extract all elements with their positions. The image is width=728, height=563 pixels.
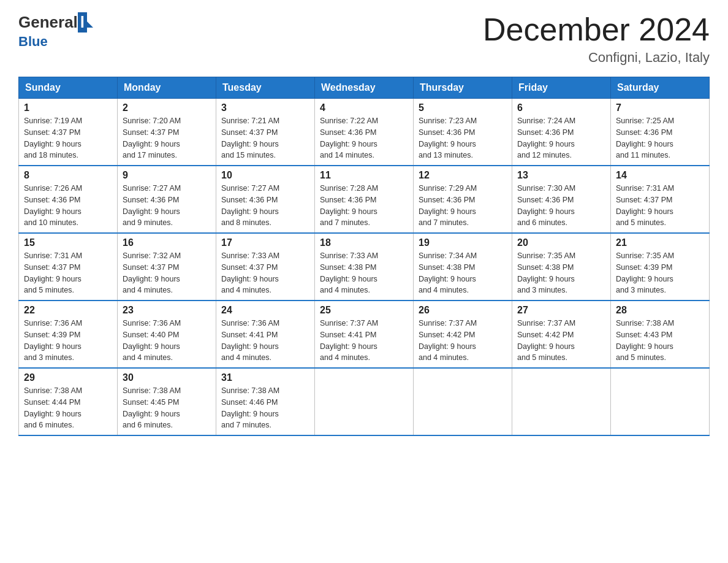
calendar-cell: 7Sunrise: 7:25 AMSunset: 4:36 PMDaylight… [611, 99, 710, 166]
calendar-title: December 2024 [483, 12, 710, 47]
weekday-header-thursday: Thursday [414, 77, 512, 99]
day-info: Sunrise: 7:36 AMSunset: 4:41 PMDaylight:… [221, 318, 309, 364]
day-info: Sunrise: 7:24 AMSunset: 4:36 PMDaylight:… [517, 115, 605, 161]
day-info: Sunrise: 7:38 AMSunset: 4:46 PMDaylight:… [221, 385, 309, 431]
day-number: 25 [320, 305, 408, 316]
day-info: Sunrise: 7:31 AMSunset: 4:37 PMDaylight:… [24, 250, 112, 296]
calendar-cell: 8Sunrise: 7:26 AMSunset: 4:36 PMDaylight… [19, 166, 118, 233]
day-info: Sunrise: 7:33 AMSunset: 4:38 PMDaylight:… [320, 250, 408, 296]
calendar-week-3: 15Sunrise: 7:31 AMSunset: 4:37 PMDayligh… [19, 233, 710, 301]
day-info: Sunrise: 7:34 AMSunset: 4:38 PMDaylight:… [419, 250, 507, 296]
logo-general-text: General [18, 13, 78, 32]
day-info: Sunrise: 7:37 AMSunset: 4:41 PMDaylight:… [320, 318, 408, 364]
calendar-cell [315, 368, 414, 435]
day-number: 30 [123, 372, 211, 383]
day-info: Sunrise: 7:33 AMSunset: 4:37 PMDaylight:… [221, 250, 309, 296]
calendar-cell: 13Sunrise: 7:30 AMSunset: 4:36 PMDayligh… [512, 166, 611, 233]
calendar-cell: 16Sunrise: 7:32 AMSunset: 4:37 PMDayligh… [118, 233, 216, 301]
day-info: Sunrise: 7:36 AMSunset: 4:39 PMDaylight:… [24, 318, 112, 364]
calendar-cell: 9Sunrise: 7:27 AMSunset: 4:36 PMDaylight… [118, 166, 216, 233]
day-info: Sunrise: 7:29 AMSunset: 4:36 PMDaylight:… [419, 183, 507, 229]
calendar-cell: 1Sunrise: 7:19 AMSunset: 4:37 PMDaylight… [19, 99, 118, 166]
day-info: Sunrise: 7:32 AMSunset: 4:37 PMDaylight:… [123, 250, 211, 296]
day-info: Sunrise: 7:19 AMSunset: 4:37 PMDaylight:… [24, 115, 112, 161]
calendar-week-2: 8Sunrise: 7:26 AMSunset: 4:36 PMDaylight… [19, 166, 710, 233]
logo: General l Blue [18, 12, 93, 50]
weekday-header-row: SundayMondayTuesdayWednesdayThursdayFrid… [19, 77, 710, 99]
day-info: Sunrise: 7:35 AMSunset: 4:39 PMDaylight:… [616, 250, 704, 296]
day-number: 2 [123, 102, 211, 113]
calendar-cell: 5Sunrise: 7:23 AMSunset: 4:36 PMDaylight… [414, 99, 512, 166]
day-info: Sunrise: 7:36 AMSunset: 4:40 PMDaylight:… [123, 318, 211, 364]
day-number: 24 [221, 305, 309, 316]
weekday-header-monday: Monday [118, 77, 216, 99]
day-info: Sunrise: 7:22 AMSunset: 4:36 PMDaylight:… [320, 115, 408, 161]
calendar-subtitle: Configni, Lazio, Italy [483, 50, 710, 66]
calendar-cell: 12Sunrise: 7:29 AMSunset: 4:36 PMDayligh… [414, 166, 512, 233]
calendar-cell: 18Sunrise: 7:33 AMSunset: 4:38 PMDayligh… [315, 233, 414, 301]
calendar-title-area: December 2024 Configni, Lazio, Italy [483, 12, 710, 66]
calendar-cell: 10Sunrise: 7:27 AMSunset: 4:36 PMDayligh… [216, 166, 315, 233]
day-number: 22 [24, 305, 112, 316]
calendar-cell: 28Sunrise: 7:38 AMSunset: 4:43 PMDayligh… [611, 301, 710, 368]
day-info: Sunrise: 7:27 AMSunset: 4:36 PMDaylight:… [221, 183, 309, 229]
day-info: Sunrise: 7:38 AMSunset: 4:43 PMDaylight:… [616, 318, 704, 364]
calendar-week-1: 1Sunrise: 7:19 AMSunset: 4:37 PMDaylight… [19, 99, 710, 166]
day-number: 18 [320, 237, 408, 248]
day-number: 27 [517, 305, 605, 316]
day-number: 12 [419, 170, 507, 181]
calendar-cell [414, 368, 512, 435]
calendar-cell: 31Sunrise: 7:38 AMSunset: 4:46 PMDayligh… [216, 368, 315, 435]
day-number: 16 [123, 237, 211, 248]
calendar-cell: 23Sunrise: 7:36 AMSunset: 4:40 PMDayligh… [118, 301, 216, 368]
day-number: 19 [419, 237, 507, 248]
day-number: 8 [24, 170, 112, 181]
page-header: General l Blue December 2024 Configni, L… [18, 12, 710, 66]
day-number: 29 [24, 372, 112, 383]
day-number: 11 [320, 170, 408, 181]
calendar-table: SundayMondayTuesdayWednesdayThursdayFrid… [18, 77, 710, 436]
weekday-header-tuesday: Tuesday [216, 77, 315, 99]
day-info: Sunrise: 7:38 AMSunset: 4:44 PMDaylight:… [24, 385, 112, 431]
calendar-cell: 27Sunrise: 7:37 AMSunset: 4:42 PMDayligh… [512, 301, 611, 368]
weekday-header-wednesday: Wednesday [315, 77, 414, 99]
calendar-cell: 14Sunrise: 7:31 AMSunset: 4:37 PMDayligh… [611, 166, 710, 233]
day-number: 5 [419, 102, 507, 113]
calendar-week-4: 22Sunrise: 7:36 AMSunset: 4:39 PMDayligh… [19, 301, 710, 368]
day-number: 28 [616, 305, 704, 316]
calendar-cell: 6Sunrise: 7:24 AMSunset: 4:36 PMDaylight… [512, 99, 611, 166]
day-info: Sunrise: 7:30 AMSunset: 4:36 PMDaylight:… [517, 183, 605, 229]
calendar-cell: 4Sunrise: 7:22 AMSunset: 4:36 PMDaylight… [315, 99, 414, 166]
day-info: Sunrise: 7:20 AMSunset: 4:37 PMDaylight:… [123, 115, 211, 161]
calendar-cell [512, 368, 611, 435]
day-number: 3 [221, 102, 309, 113]
weekday-header-friday: Friday [512, 77, 611, 99]
day-info: Sunrise: 7:27 AMSunset: 4:36 PMDaylight:… [123, 183, 211, 229]
calendar-cell: 2Sunrise: 7:20 AMSunset: 4:37 PMDaylight… [118, 99, 216, 166]
calendar-cell: 29Sunrise: 7:38 AMSunset: 4:44 PMDayligh… [19, 368, 118, 435]
day-info: Sunrise: 7:37 AMSunset: 4:42 PMDaylight:… [419, 318, 507, 364]
calendar-cell: 17Sunrise: 7:33 AMSunset: 4:37 PMDayligh… [216, 233, 315, 301]
day-info: Sunrise: 7:21 AMSunset: 4:37 PMDaylight:… [221, 115, 309, 161]
day-number: 31 [221, 372, 309, 383]
calendar-cell: 21Sunrise: 7:35 AMSunset: 4:39 PMDayligh… [611, 233, 710, 301]
logo-blue-label: Blue [18, 34, 48, 50]
day-number: 1 [24, 102, 112, 113]
calendar-cell: 25Sunrise: 7:37 AMSunset: 4:41 PMDayligh… [315, 301, 414, 368]
calendar-week-5: 29Sunrise: 7:38 AMSunset: 4:44 PMDayligh… [19, 368, 710, 435]
day-number: 15 [24, 237, 112, 248]
day-number: 10 [221, 170, 309, 181]
weekday-header-sunday: Sunday [19, 77, 118, 99]
day-number: 26 [419, 305, 507, 316]
calendar-cell [611, 368, 710, 435]
calendar-cell: 3Sunrise: 7:21 AMSunset: 4:37 PMDaylight… [216, 99, 315, 166]
day-number: 20 [517, 237, 605, 248]
day-number: 17 [221, 237, 309, 248]
day-info: Sunrise: 7:26 AMSunset: 4:36 PMDaylight:… [24, 183, 112, 229]
day-number: 6 [517, 102, 605, 113]
day-info: Sunrise: 7:23 AMSunset: 4:36 PMDaylight:… [419, 115, 507, 161]
calendar-cell: 30Sunrise: 7:38 AMSunset: 4:45 PMDayligh… [118, 368, 216, 435]
day-number: 14 [616, 170, 704, 181]
weekday-header-saturday: Saturday [611, 77, 710, 99]
day-info: Sunrise: 7:35 AMSunset: 4:38 PMDaylight:… [517, 250, 605, 296]
